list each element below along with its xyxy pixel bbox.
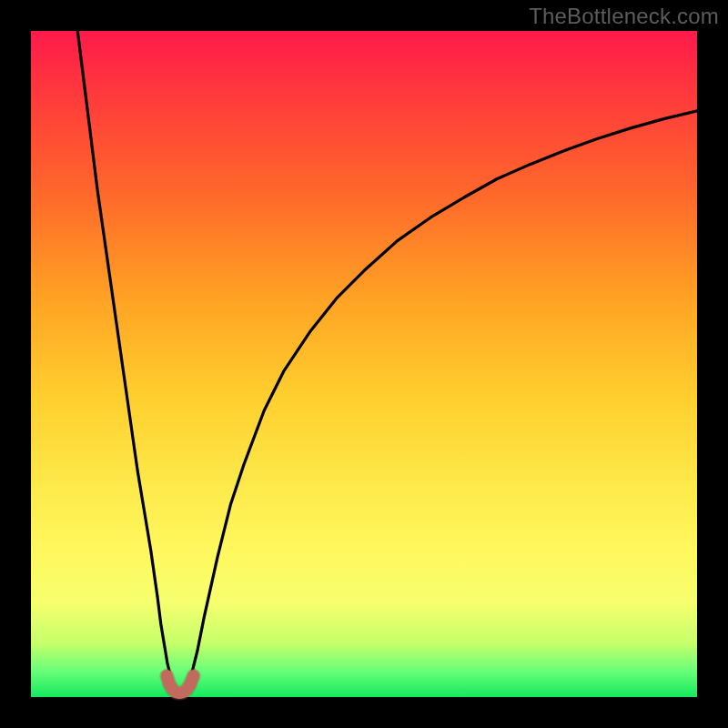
watermark-label: TheBottleneck.com	[529, 4, 719, 29]
outer-frame: TheBottleneck.com	[0, 0, 728, 728]
plot-area	[31, 31, 697, 697]
